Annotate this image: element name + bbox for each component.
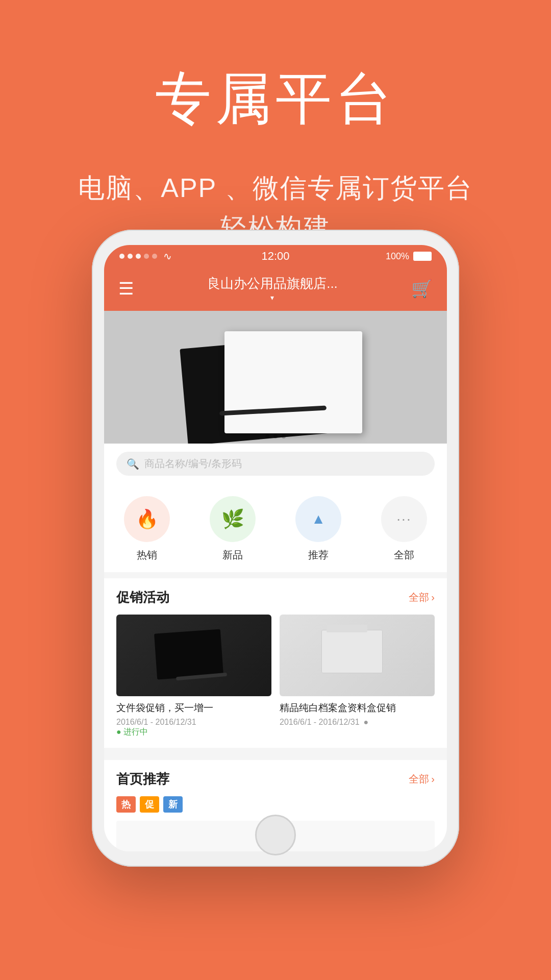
promo-product-2 xyxy=(280,615,435,696)
featured-title: 首页推荐 xyxy=(116,770,169,788)
status-time: 12:00 xyxy=(261,250,289,263)
promotions-title: 促销活动 xyxy=(116,589,169,606)
chevron-right-icon: › xyxy=(431,592,435,603)
featured-link-text: 全部 xyxy=(409,772,429,786)
signal-dot-3 xyxy=(136,254,141,259)
nav-bar: ☰ 良山办公用品旗舰店... ▾ 🛒 xyxy=(104,267,447,311)
category-hot-label: 热销 xyxy=(137,548,157,562)
promo-nb-back-1 xyxy=(154,629,223,680)
notebook-illustration xyxy=(179,326,372,428)
promo-date-row-2: 2016/6/1 - 2016/12/31 ● xyxy=(280,718,435,727)
category-rec-label: 推荐 xyxy=(308,548,329,562)
promotions-grid: 文件袋促销，买一增一 2016/6/1 - 2016/12/31 ● 进行中 xyxy=(116,615,435,738)
status-dots: ∿ xyxy=(119,250,172,262)
notebook-front-page xyxy=(224,331,362,433)
nav-title-container[interactable]: 良山办公用品旗舰店... ▾ xyxy=(207,275,338,302)
signal-dot-1 xyxy=(119,254,124,259)
banner-dots xyxy=(265,434,286,438)
phone-home-button[interactable] xyxy=(255,815,296,855)
signal-dot-2 xyxy=(128,254,133,259)
nav-title: 良山办公用品旗舰店... xyxy=(207,275,338,292)
category-rec-icon: ▲ xyxy=(295,496,341,542)
section-divider-1 xyxy=(104,572,447,578)
promotions-link[interactable]: 全部 › xyxy=(409,591,435,604)
promo-card-2[interactable]: 精品纯白档案盒资料盒促销 2016/6/1 - 2016/12/31 ● xyxy=(280,615,435,738)
category-hot[interactable]: 🔥 热销 xyxy=(124,496,170,562)
promo-date-2: 2016/6/1 - 2016/12/31 xyxy=(280,718,360,727)
search-section: 🔍 商品名称/编号/条形码 xyxy=(104,444,447,484)
banner-image xyxy=(104,311,447,444)
badge-hot: 热 xyxy=(116,796,136,813)
badge-promo: 促 xyxy=(140,796,159,813)
promo-date-row-1: 2016/6/1 - 2016/12/31 xyxy=(116,718,271,727)
search-bar[interactable]: 🔍 商品名称/编号/条形码 xyxy=(116,452,435,476)
promo-box-illus xyxy=(321,630,393,681)
search-icon: 🔍 xyxy=(127,458,139,470)
hero-title: 专属平台 xyxy=(0,61,551,137)
promo-date-1: 2016/6/1 - 2016/12/31 xyxy=(116,718,196,727)
featured-badges: 热 促 新 xyxy=(116,796,435,813)
phone-outer: ∿ 12:00 100% ☰ 良山办公用品旗舰店... ▾ xyxy=(92,230,459,867)
promo-card-1[interactable]: 文件袋促销，买一增一 2016/6/1 - 2016/12/31 ● 进行中 xyxy=(116,615,271,738)
promotions-section: 促销活动 全部 › xyxy=(104,578,447,748)
promotions-link-text: 全部 xyxy=(409,591,429,604)
promo-notebook-illus-1 xyxy=(156,627,232,683)
promo-title-2: 精品纯白档案盒资料盒促销 xyxy=(280,701,435,715)
banner-dot-2[interactable] xyxy=(273,434,278,438)
battery-icon xyxy=(413,252,432,261)
category-all[interactable]: ··· 全部 xyxy=(381,496,427,562)
battery-bar xyxy=(413,252,432,261)
search-placeholder: 商品名称/编号/条形码 xyxy=(144,457,242,471)
category-new[interactable]: 🌿 新品 xyxy=(210,496,256,562)
signal-dot-4 xyxy=(144,254,149,259)
banner-dot-1[interactable] xyxy=(265,434,269,438)
featured-header: 首页推荐 全部 › xyxy=(116,770,435,788)
promo-image-2 xyxy=(280,615,435,696)
phone-screen: ∿ 12:00 100% ☰ 良山办公用品旗舰店... ▾ xyxy=(104,245,447,851)
menu-icon[interactable]: ☰ xyxy=(118,280,134,297)
banner-dot-3[interactable] xyxy=(282,434,286,438)
promo-box-flap xyxy=(327,625,367,632)
category-all-label: 全部 xyxy=(394,548,414,562)
cart-icon[interactable]: 🛒 xyxy=(411,278,433,299)
hero-subtitle-line1: 电脑、APP 、微信专属订货平台 xyxy=(78,173,473,203)
phone-mockup: ∿ 12:00 100% ☰ 良山办公用品旗舰店... ▾ xyxy=(92,230,459,867)
status-bar: ∿ 12:00 100% xyxy=(104,245,447,267)
battery-fill xyxy=(414,253,431,260)
featured-link[interactable]: 全部 › xyxy=(409,772,435,786)
battery-percent: 100% xyxy=(386,251,409,262)
badge-new: 新 xyxy=(163,796,183,813)
promo-status-1: ● 进行中 xyxy=(116,727,148,738)
product-banner xyxy=(104,311,447,444)
category-new-label: 新品 xyxy=(222,548,243,562)
category-hot-icon: 🔥 xyxy=(124,496,170,542)
promo-product-1 xyxy=(116,615,271,696)
promo-status-row-1: ● 进行中 xyxy=(116,727,271,738)
featured-chevron-icon: › xyxy=(431,773,435,785)
category-rec[interactable]: ▲ 推荐 xyxy=(295,496,341,562)
promo-image-1 xyxy=(116,615,271,696)
category-new-icon: 🌿 xyxy=(210,496,256,542)
section-divider-2 xyxy=(104,748,447,754)
signal-dot-5 xyxy=(152,254,157,259)
promo-status-2: ● xyxy=(364,718,369,727)
nav-arrow-icon: ▾ xyxy=(207,293,338,302)
promo-box-main xyxy=(321,630,383,673)
wifi-icon: ∿ xyxy=(163,250,172,262)
status-right: 100% xyxy=(386,251,432,262)
promotions-header: 促销活动 全部 › xyxy=(116,589,435,606)
promo-title-1: 文件袋促销，买一增一 xyxy=(116,701,271,715)
category-all-icon: ··· xyxy=(381,496,427,542)
categories-section: 🔥 热销 🌿 新品 ▲ 推荐 ··· 全部 xyxy=(104,484,447,572)
